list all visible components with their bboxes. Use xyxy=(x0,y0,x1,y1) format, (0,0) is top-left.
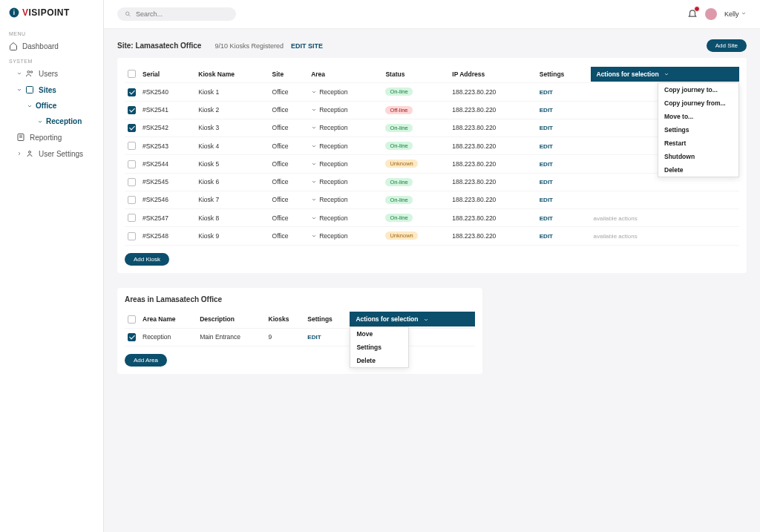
col-settings: Settings xyxy=(537,65,591,83)
actions-for-selection-button[interactable]: Actions for selection xyxy=(591,67,740,82)
row-checkbox[interactable] xyxy=(128,124,136,132)
site-header: Site: Lamasatech Office 9/10 Kiosks Regi… xyxy=(117,39,747,52)
area-dropdown[interactable]: Reception xyxy=(311,214,379,222)
nav-dashboard[interactable]: Dashboard xyxy=(0,38,103,54)
nav-office[interactable]: Office xyxy=(0,98,103,114)
status-badge: On-line xyxy=(385,214,412,222)
area-actions-button[interactable]: Actions for selection xyxy=(350,312,474,326)
area-select-all-checkbox[interactable] xyxy=(128,315,136,324)
area-dropdown[interactable]: Reception xyxy=(311,178,379,185)
nav-user-settings[interactable]: User Settings xyxy=(0,145,103,162)
edit-link[interactable]: EDIT xyxy=(540,125,553,131)
chevron-down-icon xyxy=(311,107,317,113)
action-menu-item[interactable]: Move xyxy=(350,327,408,341)
action-menu-item[interactable]: Copy journey to... xyxy=(658,83,738,96)
status-badge: Unknown xyxy=(385,231,417,240)
chevron-down-icon xyxy=(16,87,22,93)
nav-sites[interactable]: Sites xyxy=(0,82,103,98)
select-all-checkbox[interactable] xyxy=(128,70,136,78)
cell-ip: 188.223.80.220 xyxy=(449,83,537,101)
table-row: #SK2548Kiosk 9Office ReceptionUnknown188… xyxy=(125,227,739,245)
action-menu-item[interactable]: Copy journey from... xyxy=(658,96,738,110)
search-input[interactable] xyxy=(136,10,229,18)
table-row: #SK2547Kiosk 8Office ReceptionOn-line188… xyxy=(125,209,739,227)
chevron-down-icon xyxy=(311,125,317,131)
nav-reception[interactable]: Reception xyxy=(0,114,103,129)
cell-site: Office xyxy=(269,209,309,227)
cell-ip: 188.223.80.220 xyxy=(449,101,537,119)
areas-panel: Areas in Lamasatech Office Area Name Des… xyxy=(117,288,482,375)
add-kiosk-button[interactable]: Add Kiosk xyxy=(125,253,169,266)
col-description: Description xyxy=(197,311,265,329)
edit-link[interactable]: EDIT xyxy=(540,179,553,185)
table-row: #SK2545Kiosk 6Office ReceptionOn-line188… xyxy=(125,173,739,191)
cell-serial: #SK2540 xyxy=(140,83,195,101)
row-checkbox[interactable] xyxy=(128,178,136,186)
edit-link[interactable]: EDIT xyxy=(540,215,553,222)
area-dropdown[interactable]: Reception xyxy=(311,232,379,240)
edit-link[interactable]: EDIT xyxy=(540,161,553,168)
action-menu-item[interactable]: Restart xyxy=(658,137,738,150)
user-menu[interactable]: Kelly xyxy=(724,10,747,18)
nav-users[interactable]: Users xyxy=(0,65,103,82)
action-menu-item[interactable]: Shutdown xyxy=(658,150,738,163)
cell-ip: 188.223.80.220 xyxy=(449,227,537,245)
edit-link[interactable]: EDIT xyxy=(307,334,321,341)
cell-description: Main Entrance xyxy=(197,328,265,346)
row-checkbox[interactable] xyxy=(128,106,136,114)
action-menu-item[interactable]: Delete xyxy=(350,354,408,367)
row-checkbox[interactable] xyxy=(128,142,136,150)
cell-site: Office xyxy=(269,101,309,119)
area-dropdown[interactable]: Reception xyxy=(311,124,379,131)
row-checkbox[interactable] xyxy=(128,232,136,240)
edit-site-link[interactable]: EDIT SITE xyxy=(291,42,323,50)
col-area-name: Area Name xyxy=(140,311,197,329)
available-actions[interactable]: available actions xyxy=(594,215,638,222)
avatar[interactable] xyxy=(705,8,717,20)
status-badge: On-line xyxy=(385,178,412,186)
kiosk-tbody: #SK2540Kiosk 1Office ReceptionOn-line188… xyxy=(125,83,739,245)
available-actions[interactable]: available actions xyxy=(594,233,638,240)
brand-logo: i VISIPOINT xyxy=(0,7,103,27)
area-dropdown[interactable]: Reception xyxy=(311,88,379,96)
area-dropdown[interactable]: Reception xyxy=(311,196,379,203)
search-box[interactable] xyxy=(117,7,236,21)
site-name: Site: Lamasatech Office xyxy=(117,42,201,50)
area-dropdown[interactable]: Reception xyxy=(311,106,379,114)
row-checkbox[interactable] xyxy=(128,160,136,168)
col-settings: Settings xyxy=(304,311,350,329)
action-menu-item[interactable]: Settings xyxy=(658,123,738,137)
edit-link[interactable]: EDIT xyxy=(540,197,553,203)
content: Site: Lamasatech Office 9/10 Kiosks Regi… xyxy=(104,29,760,399)
svg-point-9 xyxy=(125,12,128,15)
row-checkbox[interactable] xyxy=(128,88,136,96)
row-checkbox[interactable] xyxy=(128,333,136,341)
topbar: Kelly xyxy=(104,0,760,29)
nav-reporting[interactable]: Reporting xyxy=(0,129,103,145)
action-menu-item[interactable]: Move to... xyxy=(658,110,738,123)
action-menu-item[interactable]: Delete xyxy=(658,163,738,177)
col-kiosks: Kiosks xyxy=(266,311,305,329)
row-checkbox[interactable] xyxy=(128,214,136,222)
edit-link[interactable]: EDIT xyxy=(540,89,553,96)
brand-text: VISIPOINT xyxy=(22,7,70,18)
areas-title: Areas in Lamasatech Office xyxy=(125,295,475,303)
status-badge: On-line xyxy=(385,88,412,96)
chevron-down-icon xyxy=(311,143,317,149)
notifications-button[interactable] xyxy=(687,8,698,20)
area-dropdown[interactable]: Reception xyxy=(311,160,379,168)
edit-link[interactable]: EDIT xyxy=(540,233,553,240)
edit-link[interactable]: EDIT xyxy=(540,107,553,114)
col-kiosk-name: Kiosk Name xyxy=(195,65,269,83)
nav-sites-label: Sites xyxy=(39,86,56,94)
add-site-button[interactable]: Add Site xyxy=(707,39,747,52)
row-checkbox[interactable] xyxy=(128,196,136,204)
add-area-button[interactable]: Add Area xyxy=(125,354,167,367)
edit-link[interactable]: EDIT xyxy=(540,143,553,150)
action-menu-item[interactable]: Settings xyxy=(350,341,408,354)
area-dropdown[interactable]: Reception xyxy=(311,142,379,150)
nav-office-label: Office xyxy=(36,102,56,110)
chevron-down-icon xyxy=(311,197,317,203)
home-icon xyxy=(9,42,18,50)
chevron-down-icon xyxy=(37,119,43,125)
